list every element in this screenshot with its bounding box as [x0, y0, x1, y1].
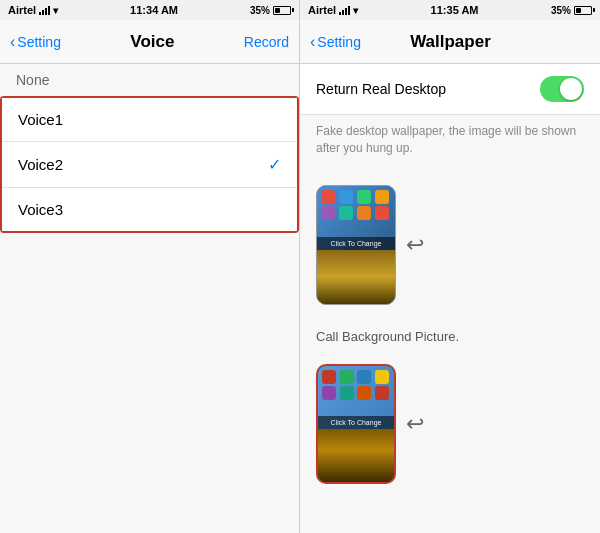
phone-screen-top-1: Click To Change — [317, 186, 395, 251]
click-to-change-2[interactable]: Click To Change — [318, 416, 394, 429]
left-carrier-info: Airtel ▾ — [8, 4, 58, 16]
return-desktop-toggle[interactable] — [540, 76, 584, 102]
left-back-chevron: ‹ — [10, 33, 15, 51]
app-icon-1 — [321, 190, 335, 204]
right-nav-bar: ‹ Setting Wallpaper — [300, 20, 600, 64]
app-icon-6 — [339, 206, 353, 220]
undo-button-1[interactable]: ↩ — [406, 232, 424, 258]
left-battery-icon — [273, 6, 291, 15]
none-label: None — [0, 64, 299, 96]
right-content: Return Real Desktop Fake desktop wallpap… — [300, 64, 600, 533]
right-battery-info: 35% — [551, 5, 592, 16]
left-back-label: Setting — [17, 34, 61, 50]
left-signal-icon — [39, 5, 50, 15]
right-status-bar: Airtel ▾ 11:35 AM 35% — [300, 0, 600, 20]
app-icon-5 — [321, 206, 335, 220]
app-icon-2-3 — [357, 370, 371, 384]
toggle-knob — [560, 78, 582, 100]
left-battery-info: 35% — [250, 5, 291, 16]
app-icon-3 — [357, 190, 371, 204]
right-carrier-info: Airtel ▾ — [308, 4, 358, 16]
left-battery-pct: 35% — [250, 5, 270, 16]
left-status-bar: Airtel ▾ 11:34 AM 35% — [0, 0, 299, 20]
left-nav-title: Voice — [130, 32, 174, 52]
app-icon-2-4 — [375, 370, 389, 384]
phone-screen-bottom-1 — [317, 250, 395, 303]
left-record-button[interactable]: Record — [244, 34, 289, 50]
left-carrier: Airtel — [8, 4, 36, 16]
left-wifi-icon: ▾ — [53, 5, 58, 16]
app-icon-2-7 — [357, 386, 371, 400]
phone-icons-grid-2 — [318, 366, 394, 404]
call-bg-section: Click To Change ↩ — [300, 348, 600, 500]
call-bg-label: Call Background Picture. — [300, 321, 600, 348]
app-icon-7 — [357, 206, 371, 220]
left-content: None Voice1 Voice2 ✓ Voice3 — [0, 64, 299, 533]
left-back-button[interactable]: ‹ Setting — [10, 33, 61, 51]
undo-button-2[interactable]: ↩ — [406, 411, 424, 437]
return-desktop-label: Return Real Desktop — [316, 81, 446, 97]
app-icon-2-2 — [340, 370, 354, 384]
voice3-item[interactable]: Voice3 — [2, 188, 297, 231]
app-icon-2-5 — [322, 386, 336, 400]
voice2-label: Voice2 — [18, 156, 63, 173]
wallpaper-preview-1-container: Click To Change ↩ — [316, 177, 584, 313]
right-back-button[interactable]: ‹ Setting — [310, 33, 361, 51]
right-carrier: Airtel — [308, 4, 336, 16]
phone-icons-grid-1 — [317, 186, 395, 224]
phone-screen-bottom-2 — [318, 429, 394, 481]
wallpaper-preview-2[interactable]: Click To Change — [316, 364, 396, 484]
app-icon-4 — [375, 190, 389, 204]
wallpaper-preview-section: Click To Change ↩ — [300, 169, 600, 321]
right-wifi-icon: ▾ — [353, 5, 358, 16]
return-desktop-row: Return Real Desktop — [300, 64, 600, 115]
app-icon-2-8 — [375, 386, 389, 400]
voice2-checkmark: ✓ — [268, 155, 281, 174]
voice-list: Voice1 Voice2 ✓ Voice3 — [0, 96, 299, 233]
left-panel: Airtel ▾ 11:34 AM 35% ‹ Setting Voice Re… — [0, 0, 300, 533]
app-icon-2-1 — [322, 370, 336, 384]
app-icon-2 — [339, 190, 353, 204]
phone-screen-top-2: Click To Change — [318, 366, 394, 430]
right-back-label: Setting — [317, 34, 361, 50]
wallpaper-preview-1[interactable]: Click To Change — [316, 185, 396, 305]
left-nav-bar: ‹ Setting Voice Record — [0, 20, 299, 64]
voice2-item[interactable]: Voice2 ✓ — [2, 142, 297, 188]
wallpaper-preview-2-container: Click To Change ↩ — [316, 356, 584, 492]
app-icon-2-6 — [340, 386, 354, 400]
right-signal-icon — [339, 5, 350, 15]
voice3-label: Voice3 — [18, 201, 63, 218]
click-to-change-1[interactable]: Click To Change — [317, 237, 395, 250]
app-icon-8 — [375, 206, 389, 220]
right-nav-title: Wallpaper — [410, 32, 491, 52]
right-panel: Airtel ▾ 11:35 AM 35% ‹ Setting Wallpape… — [300, 0, 600, 533]
voice1-label: Voice1 — [18, 111, 63, 128]
right-battery-icon — [574, 6, 592, 15]
right-time: 11:35 AM — [431, 4, 479, 16]
right-battery-pct: 35% — [551, 5, 571, 16]
wallpaper-description: Fake desktop wallpaper, the image will b… — [300, 115, 600, 169]
right-back-chevron: ‹ — [310, 33, 315, 51]
voice1-item[interactable]: Voice1 — [2, 98, 297, 142]
left-time: 11:34 AM — [130, 4, 178, 16]
